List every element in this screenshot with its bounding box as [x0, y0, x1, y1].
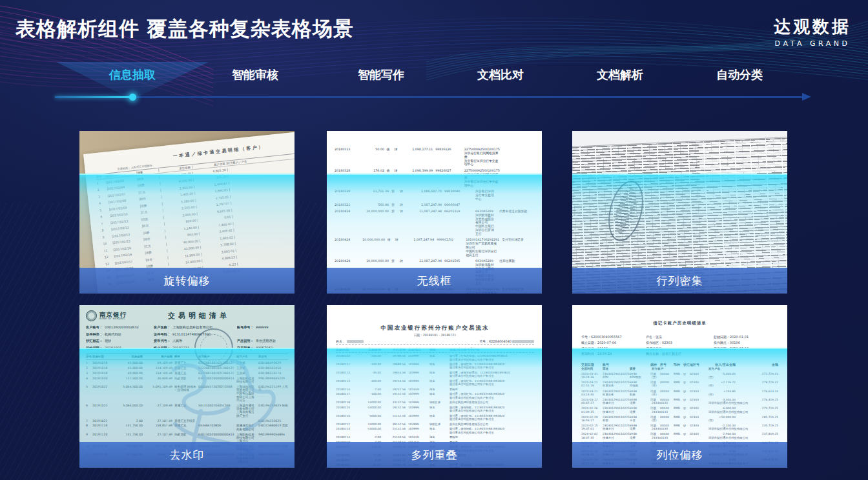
- doc-cell: 王洪斌: [234, 361, 257, 365]
- doc-cell: 本次余额: [381, 347, 406, 351]
- doc-cell: 176.02: [353, 169, 384, 188]
- doc-cell: 127,500.00: [114, 377, 143, 384]
- doc-cell: 账号: [603, 363, 650, 366]
- doc-cell: 卡存: [630, 419, 652, 422]
- doc-cell: 转支: [428, 414, 446, 421]
- doc-row: 2018011814000.0033152.56103999转账往来苏州金阁丝绸…: [336, 401, 534, 404]
- doc-cell: 起始日期：: [86, 346, 103, 350]
- tab-smart-writing[interactable]: 智能写作: [358, 67, 404, 83]
- doc-cell: 转: [397, 210, 406, 236]
- doc-cell: 代发补偿支付投资款: [497, 210, 537, 236]
- doc-cell: 030106503456: [257, 366, 288, 370]
- doc-field-column: 卡号：620003040055567截止日期：2020-07-06操作柜员：01…: [581, 334, 646, 357]
- doc-row: 2020-03-312303012901102256938活期00000RMB钞…: [581, 372, 778, 379]
- doc-cell: 560.44: [355, 203, 389, 207]
- doc-cell: 消费: [630, 410, 652, 414]
- doc-cell: 转: [392, 169, 400, 188]
- doc-cell: 131,750.00: [114, 424, 143, 431]
- doc-cell: 支付宝价转记录: [499, 238, 537, 257]
- doc-row: 32019101840,000.00154,109.49普通汇兑62220810…: [86, 372, 288, 375]
- tab-smart-review[interactable]: 智能审核: [232, 67, 278, 83]
- doc-cell: 14000.00: [358, 401, 381, 404]
- doc-row: 20180103-200.0019789.56103999转支财付通，红包发短信…: [336, 354, 534, 361]
- doc-cell: 余额: [736, 363, 778, 366]
- doc-cell: 19:24:36: [581, 375, 603, 379]
- doc-cell: 收入/支出金额: [705, 363, 736, 366]
- doc-cell: 1: [97, 181, 107, 185]
- doc-cell: 99826027: [433, 169, 460, 188]
- doc-cell: 0301260000002832: [105, 325, 139, 330]
- doc-row: 客户名称：上海朗构信息科技有限公司: [154, 325, 233, 330]
- doc-row: 2018032811,711.39贷转1,086,687.7099830040兴…: [335, 190, 537, 201]
- doc-cell: 99836126: [433, 148, 460, 166]
- doc-cell: 账务处理 转账单—自动转账: [172, 385, 196, 402]
- doc-cell: 2275000A2500100175 深圳分行银行间网络清算费 兴业银行深圳分行…: [460, 148, 500, 166]
- doc-row: 操作网点：00106: [714, 340, 778, 346]
- doc-cell: 243300133: [652, 427, 708, 430]
- doc-row: 起始日期：2020-01-01: [714, 334, 778, 340]
- doc-cell: 653484703806: [196, 424, 234, 431]
- tab-doc-parsing[interactable]: 文档解析: [597, 67, 643, 83]
- doc-row: 客户账号：0301260000002832: [86, 325, 150, 330]
- doc-cell: 69,109.49: [143, 361, 172, 365]
- doc-cell: 人民币: [172, 339, 183, 343]
- doc-cell: 对方户名: [708, 367, 778, 370]
- doc-cell: 66201319: [442, 210, 471, 236]
- doc-cell: 深圳市财付通支付科技有限公司: [708, 436, 778, 439]
- doc-cell: 交易日期: [581, 363, 603, 366]
- doc-cell: 103459: [406, 388, 428, 391]
- doc-cell: 20191018: [92, 361, 114, 365]
- doc-cell: 20191118: [92, 424, 114, 431]
- card-column-shift: 借记卡账户历史明细清单 卡号：620003040055567截止日期：2020-…: [572, 305, 787, 468]
- doc-row: 2020-02-262303012901102256938活期00000RMB钞…: [581, 406, 778, 414]
- tab-info-extraction[interactable]: 信息抽取: [109, 67, 156, 83]
- doc-cell: 序号: [86, 355, 92, 358]
- doc-cell: 5: [99, 208, 110, 212]
- card-borderless: 2018031350.00借转1,098,177.119983612622750…: [327, 131, 542, 294]
- doc-cell: 转: [393, 238, 400, 257]
- doc-cell: 25152.56: [381, 427, 406, 434]
- doc-cell: 9: [102, 235, 112, 239]
- doc-cell: 客户名称：: [154, 325, 170, 330]
- doc-cell: [471, 203, 497, 207]
- doc-table-header: 交易日期交易金额本次余额交易地点摘要用途/对方账号和户名: [336, 347, 534, 353]
- doc-cell: 交易金额: [114, 355, 143, 358]
- doc-row: 19:07:01快捷支付消费243300133深圳市财付通支付科技有限公司: [581, 427, 778, 430]
- doc-cell: 客户账号：: [86, 325, 103, 330]
- doc-row: [237, 332, 288, 337]
- doc-cell: 030194233625: [257, 419, 288, 423]
- doc-cell: (空): [708, 419, 778, 422]
- doc-cell: [497, 203, 537, 207]
- doc-cell: 45,000.00: [114, 361, 143, 365]
- tab-auto-classify[interactable]: 自动分类: [716, 67, 763, 83]
- doc-cell: 借: [384, 169, 392, 188]
- doc-cell: 20180113: [336, 379, 358, 386]
- tab-doc-compare[interactable]: 文档比对: [477, 67, 524, 83]
- doc-cell: 财付通，微信红包。11190335981993820 财付通支付科技有限公司客户…: [446, 392, 534, 399]
- doc-cell: 转支: [428, 363, 446, 370]
- doc-row: 01:09:35快捷支付消费243300133深圳市财付通支付科技有限公司: [581, 410, 778, 414]
- doc-cell: -4000.00: [358, 414, 381, 421]
- doc-cell: 上海绿地国际贸易有限公司 中国银行股份有限公司上海市分行: [234, 385, 257, 402]
- doc-row: 钞汇标志：现钞: [86, 339, 150, 343]
- doc-cell: 现支: [428, 435, 446, 439]
- doc-cell: 40,000.00: [114, 372, 143, 375]
- doc-cell: 103459: [406, 435, 428, 439]
- card-label: 列位偏移: [657, 448, 703, 463]
- brand-logo-cn: 达观数据: [774, 15, 851, 38]
- doc-cell: 114,109.49: [143, 366, 172, 370]
- bank-name: 南京银行 BANK OF NANJING: [99, 312, 127, 321]
- doc-cell: 财付通，微信转账。11190335981993820 财付通支付科技有限公司客户…: [446, 427, 534, 434]
- doc-cell: 5,064,500.00: [114, 385, 143, 402]
- doc-cell: -14000.00: [358, 427, 381, 434]
- doc-cell: 20191022: [92, 385, 114, 402]
- doc-cell: 终止日期：: [154, 346, 170, 350]
- doc-cell: 11,087,247.94: [406, 210, 442, 236]
- doc-cell: 20180210: [336, 414, 358, 421]
- doc-row: 卡号：620003040055567: [581, 334, 646, 340]
- doc-row: 19:24:36ATMATM取款(空)(空): [581, 375, 778, 379]
- doc-cell: 转: [397, 203, 406, 207]
- doc-cell: 27,109.49: [143, 404, 172, 417]
- card-label-bar: 旋转偏移: [79, 268, 294, 294]
- doc-name-line: 姓名： 卡号： 62284004040: [336, 339, 534, 345]
